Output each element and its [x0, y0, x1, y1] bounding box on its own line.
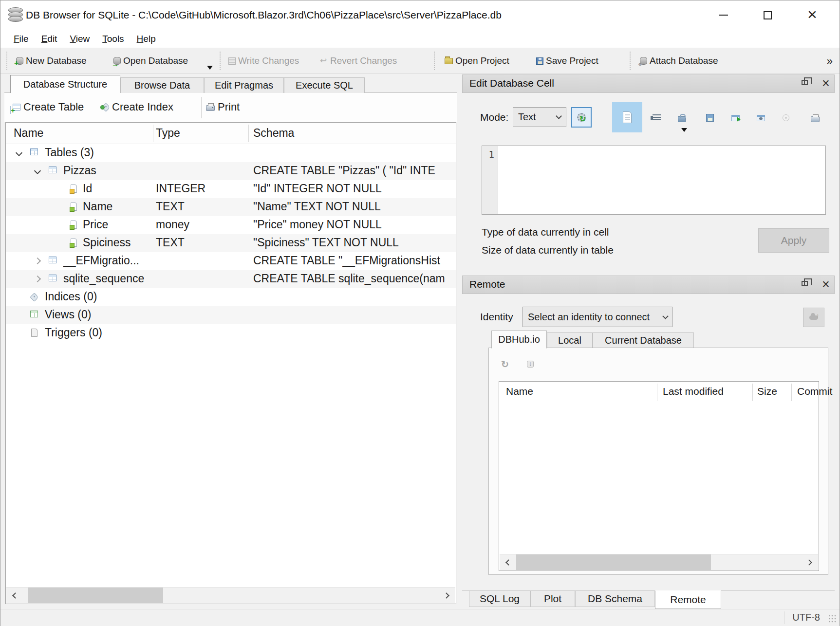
column-header-commit[interactable]: Commit — [797, 386, 832, 397]
mode-select[interactable]: Text — [513, 107, 566, 127]
table-row[interactable]: Pizzas CREATE TABLE "Pizzas" ( "Id" INTE — [6, 162, 456, 180]
scrollbar-thumb[interactable] — [28, 588, 163, 603]
export-data-button[interactable] — [704, 111, 716, 124]
open-in-app-button[interactable] — [729, 111, 742, 124]
chevron-right-icon[interactable] — [34, 276, 41, 282]
tab-remote[interactable]: Remote — [655, 590, 721, 609]
table-row[interactable]: __EFMigratio... CREATE TABLE "__EFMigrat… — [6, 252, 456, 270]
auto-apply-button[interactable] — [571, 107, 592, 128]
close-panel-icon[interactable] — [822, 276, 830, 292]
write-changes-button[interactable]: Write Changes — [228, 48, 299, 74]
table-row[interactable]: Id INTEGER "Id" INTEGER NOT NULL — [6, 180, 456, 198]
menu-tools[interactable]: Tools — [96, 32, 130, 46]
refresh-button[interactable] — [500, 359, 510, 369]
tab-local[interactable]: Local — [547, 332, 593, 348]
tab-browse-data[interactable]: Browse Data — [120, 77, 204, 93]
edit-cell-panel-header: Edit Database Cell — [462, 74, 835, 93]
maximize-button[interactable] — [756, 5, 779, 25]
tab-db-schema[interactable]: DB Schema — [575, 591, 655, 607]
column-header-schema[interactable]: Schema — [253, 127, 294, 140]
identity-select[interactable]: Select an identity to connect — [523, 307, 672, 327]
table-row[interactable]: Triggers (0) — [6, 324, 456, 342]
import-dropdown-icon[interactable] — [681, 128, 687, 132]
import-data-button[interactable] — [675, 111, 688, 124]
chevron-down-icon[interactable] — [34, 167, 41, 174]
cell-editor[interactable]: 1 — [482, 146, 826, 215]
tab-dbhub-io[interactable]: DBHub.io — [491, 331, 547, 349]
minimize-button[interactable] — [712, 5, 735, 25]
menu-file[interactable]: File — [7, 32, 35, 46]
open-database-dropdown-icon[interactable] — [207, 66, 213, 70]
chevron-down-icon[interactable] — [16, 149, 22, 156]
table-row[interactable]: Price money "Price" money NOT NULL — [6, 216, 456, 234]
apply-button[interactable]: Apply — [758, 228, 829, 253]
set-null-button[interactable] — [780, 111, 792, 124]
word-wrap-button[interactable] — [650, 111, 663, 124]
column-header-last-modified[interactable]: Last modified — [663, 386, 724, 397]
tab-plot[interactable]: Plot — [530, 591, 575, 607]
primary-key-field-icon — [71, 184, 77, 193]
scroll-left-icon[interactable] — [500, 554, 516, 570]
close-panel-icon[interactable] — [822, 75, 830, 91]
table-row[interactable]: Tables (3) — [6, 144, 456, 162]
preview-button[interactable] — [754, 111, 767, 124]
chevron-down-icon — [556, 113, 562, 119]
tab-database-structure[interactable]: Database Structure — [10, 75, 120, 93]
remote-table-scrollbar[interactable] — [500, 554, 818, 570]
attach-database-button[interactable]: Attach Database — [640, 48, 718, 74]
encoding-indicator[interactable]: UTF-8 — [792, 612, 820, 623]
tab-current-database[interactable]: Current Database — [593, 332, 694, 348]
undock-panel-icon[interactable] — [802, 281, 808, 286]
table-icon — [49, 166, 56, 173]
column-header-size[interactable]: Size — [757, 386, 777, 397]
save-project-icon — [536, 57, 543, 65]
tab-edit-pragmas[interactable]: Edit Pragmas — [204, 77, 284, 93]
save-project-button[interactable]: Save Project — [536, 48, 598, 74]
menu-help[interactable]: Help — [131, 32, 162, 46]
tree-horizontal-scrollbar[interactable] — [6, 587, 455, 603]
chevron-right-icon[interactable] — [34, 258, 41, 264]
column-header-name[interactable]: Name — [14, 127, 43, 140]
open-in-app-icon — [731, 115, 740, 121]
create-table-button[interactable]: Create Table — [13, 93, 84, 121]
save-as-icon — [706, 114, 714, 122]
refresh-icon — [501, 359, 509, 370]
null-icon — [783, 114, 789, 121]
undock-panel-icon[interactable] — [802, 80, 808, 85]
column-header-name[interactable]: Name — [506, 386, 533, 397]
new-database-button[interactable]: New Database — [16, 48, 87, 74]
menu-view[interactable]: View — [63, 32, 96, 46]
table-row[interactable]: sqlite_sequence CREATE TABLE sqlite_sequ… — [6, 270, 456, 288]
scrollbar-thumb[interactable] — [516, 554, 711, 570]
create-index-button[interactable]: Create Index — [103, 93, 173, 121]
column-divider — [791, 384, 792, 401]
tab-sql-log[interactable]: SQL Log — [469, 591, 530, 607]
scroll-right-icon[interactable] — [802, 554, 818, 570]
print-cell-button[interactable] — [809, 111, 821, 124]
tab-execute-sql[interactable]: Execute SQL — [284, 77, 365, 93]
status-bar: UTF-8 — [0, 609, 840, 626]
column-header-type[interactable]: Type — [156, 127, 180, 140]
revert-changes-button[interactable]: Revert Changes — [320, 48, 397, 74]
scroll-left-icon[interactable] — [6, 588, 22, 603]
scroll-right-icon[interactable] — [439, 588, 455, 603]
toolbar-overflow-icon[interactable] — [827, 55, 833, 68]
table-row[interactable]: Name TEXT "Name" TEXT NOT NULL — [6, 198, 456, 216]
print-button[interactable]: Print — [206, 93, 240, 121]
app-database-icon — [8, 7, 23, 23]
clone-database-button[interactable] — [525, 359, 536, 369]
edit-cell-panel-title: Edit Database Cell — [469, 77, 554, 89]
close-button[interactable] — [801, 5, 823, 25]
table-row[interactable]: Views (0) — [6, 306, 456, 324]
open-project-button[interactable]: Open Project — [445, 48, 509, 74]
open-database-button[interactable]: Open Database — [113, 48, 188, 74]
table-row[interactable]: Indices (0) — [6, 288, 456, 306]
create-table-icon — [13, 104, 20, 110]
toolbar-handle — [6, 52, 7, 70]
table-row[interactable]: Spiciness TEXT "Spiciness" TEXT NOT NULL — [6, 234, 456, 252]
cloud-upload-button[interactable] — [803, 308, 824, 327]
resize-grip-icon[interactable] — [829, 615, 837, 623]
menu-edit[interactable]: Edit — [35, 32, 64, 46]
main-toolbar: New Database Open Database Write Changes… — [0, 48, 840, 74]
text-document-button[interactable] — [612, 102, 642, 132]
